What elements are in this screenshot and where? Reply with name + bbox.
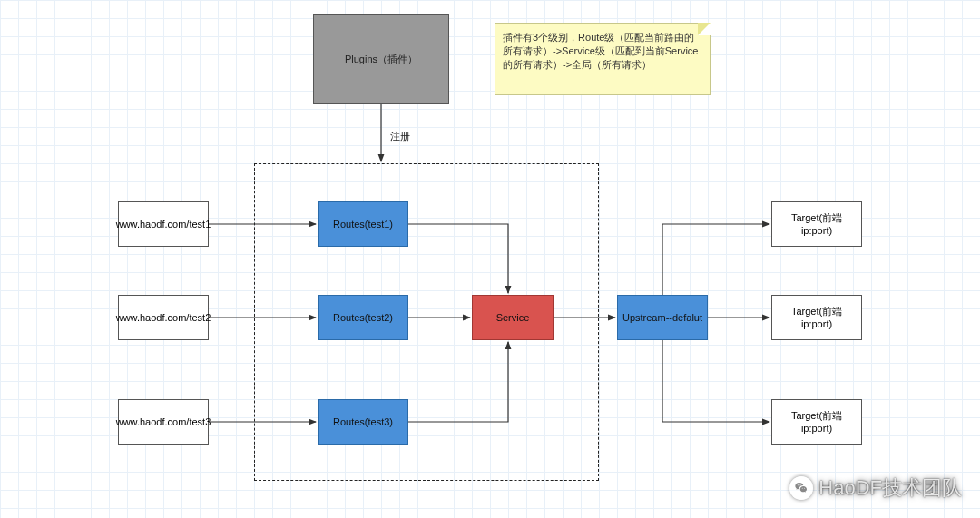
register-label: 注册 <box>390 130 410 143</box>
service-box: Service <box>472 295 554 340</box>
upstream-box: Upstream--defalut <box>617 295 708 340</box>
url-box-2: www.haodf.com/test2 <box>118 295 209 340</box>
route-label: Routes(test3) <box>333 415 393 428</box>
target-box-3: Target(前端ip:port) <box>771 399 862 445</box>
target-label: Target(前端ip:port) <box>776 211 858 238</box>
url-label: www.haodf.com/test3 <box>116 415 211 428</box>
service-label: Service <box>496 311 530 324</box>
plugins-box: Plugins（插件） <box>313 14 449 104</box>
watermark-text: HaoDF技术团队 <box>818 474 962 502</box>
route-box-2: Routes(test2) <box>318 295 408 340</box>
upstream-label: Upstream--defalut <box>622 311 702 324</box>
target-box-1: Target(前端ip:port) <box>771 201 862 247</box>
watermark: HaoDF技术团队 <box>789 474 962 502</box>
route-box-1: Routes(test1) <box>318 201 408 247</box>
plugins-label: Plugins（插件） <box>345 53 417 65</box>
route-box-3: Routes(test3) <box>318 399 408 445</box>
target-box-2: Target(前端ip:port) <box>771 295 862 340</box>
url-box-1: www.haodf.com/test1 <box>118 201 209 247</box>
note-box: 插件有3个级别，Route级（匹配当前路由的所有请求）->Service级（匹配… <box>495 23 710 95</box>
wechat-icon <box>789 476 813 500</box>
note-fold-icon <box>698 23 710 35</box>
target-label: Target(前端ip:port) <box>776 305 858 331</box>
route-label: Routes(test1) <box>333 218 393 230</box>
route-label: Routes(test2) <box>333 311 393 324</box>
note-text: 插件有3个级别，Route级（匹配当前路由的所有请求）->Service级（匹配… <box>503 32 698 70</box>
target-label: Target(前端ip:port) <box>776 409 858 435</box>
url-box-3: www.haodf.com/test3 <box>118 399 209 445</box>
url-label: www.haodf.com/test2 <box>116 311 211 324</box>
url-label: www.haodf.com/test1 <box>116 218 211 230</box>
